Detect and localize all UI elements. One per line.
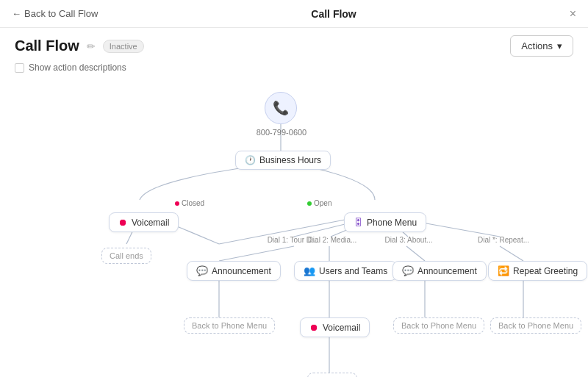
show-descriptions-checkbox[interactable] — [15, 63, 24, 73]
repeat-greeting-icon: 🔁 — [498, 265, 509, 276]
back-to-phone-1-node: Back to Phone Menu — [184, 317, 275, 334]
users-teams-node[interactable]: 👥 Users and Teams — [294, 261, 397, 281]
announcement-1-node[interactable]: 💬 Announcement — [187, 261, 281, 281]
closed-label: Closed — [175, 199, 204, 207]
svg-line-11 — [406, 246, 425, 261]
header-title: Call Flow — [311, 8, 356, 20]
voicemail-center-label: Voicemail — [323, 323, 360, 333]
business-hours-node[interactable]: 🕐 Business Hours — [235, 151, 331, 170]
repeat-greeting-node[interactable]: 🔁 Repeat Greeting — [488, 261, 587, 281]
back-to-phone-2-node: Back to Phone Menu — [393, 317, 484, 334]
edit-icon[interactable]: ✏ — [87, 40, 96, 52]
svg-line-9 — [219, 246, 294, 261]
actions-button[interactable]: Actions ▾ — [510, 35, 573, 57]
page-title: Call Flow — [15, 37, 79, 54]
open-label: Open — [307, 199, 331, 207]
call-ends-left-node: Call ends — [101, 248, 151, 264]
actions-label: Actions — [521, 40, 553, 51]
chevron-down-icon: ▾ — [557, 40, 562, 51]
phone-icon: 📞 — [273, 100, 289, 116]
show-descriptions-row: Show action descriptions — [0, 61, 588, 79]
clock-icon: 🕐 — [245, 155, 256, 165]
users-teams-label: Users and Teams — [319, 266, 387, 276]
announcement-2-label: Announcement — [417, 266, 477, 276]
dial-star-label: Dial *: Repeat... — [474, 236, 533, 244]
closed-dot — [175, 201, 179, 206]
voicemail-left-icon: ⏺ — [118, 217, 128, 228]
header: ← Back to Call Flow Call Flow × — [0, 0, 588, 28]
close-button[interactable]: × — [570, 7, 576, 21]
users-teams-icon: 👥 — [304, 265, 315, 276]
announcement-2-node[interactable]: 💬 Announcement — [392, 261, 487, 281]
announcement-1-label: Announcement — [212, 266, 271, 276]
svg-line-12 — [500, 246, 523, 261]
flow-canvas: 📞 800-799-0600 🕐 Business Hours Closed O… — [0, 79, 588, 377]
toolbar: Call Flow ✏ Inactive Actions ▾ — [0, 28, 588, 61]
dial-3-label: Dial 3: About... — [382, 236, 435, 244]
back-to-phone-1-label: Back to Phone Menu — [192, 321, 267, 330]
phone-menu-icon: 🎛 — [354, 217, 363, 228]
phone-number-label: 800-799-0600 — [248, 128, 315, 137]
toolbar-left: Call Flow ✏ Inactive — [15, 37, 144, 54]
phone-menu-node[interactable]: 🎛 Phone Menu — [344, 212, 426, 232]
announcement-2-icon: 💬 — [402, 265, 414, 276]
announcement-1-icon: 💬 — [196, 265, 208, 276]
phone-menu-label: Phone Menu — [367, 218, 417, 228]
voicemail-center-node[interactable]: ⏺ Voicemail — [300, 317, 370, 337]
open-dot — [307, 201, 312, 206]
call-ends-left-label: Call ends — [110, 251, 143, 260]
back-to-phone-2-label: Back to Phone Menu — [401, 321, 476, 330]
call-ends-center-node: Call ends — [307, 373, 357, 377]
voicemail-left-node[interactable]: ⏺ Voicemail — [109, 212, 179, 232]
voicemail-left-label: Voicemail — [132, 218, 169, 228]
status-badge: Inactive — [103, 40, 144, 53]
dial-2-label: Dial 2: Media... — [306, 236, 359, 244]
phone-node[interactable]: 📞 — [265, 92, 297, 124]
business-hours-label: Business Hours — [259, 155, 321, 165]
repeat-greeting-label: Repeat Greeting — [513, 266, 578, 276]
back-to-phone-3-node: Back to Phone Menu — [490, 317, 581, 334]
back-button[interactable]: ← Back to Call Flow — [12, 8, 98, 19]
show-descriptions-label: Show action descriptions — [29, 62, 126, 73]
back-arrow-icon: ← — [12, 8, 21, 19]
back-to-phone-3-label: Back to Phone Menu — [498, 321, 573, 330]
voicemail-center-icon: ⏺ — [309, 322, 319, 333]
